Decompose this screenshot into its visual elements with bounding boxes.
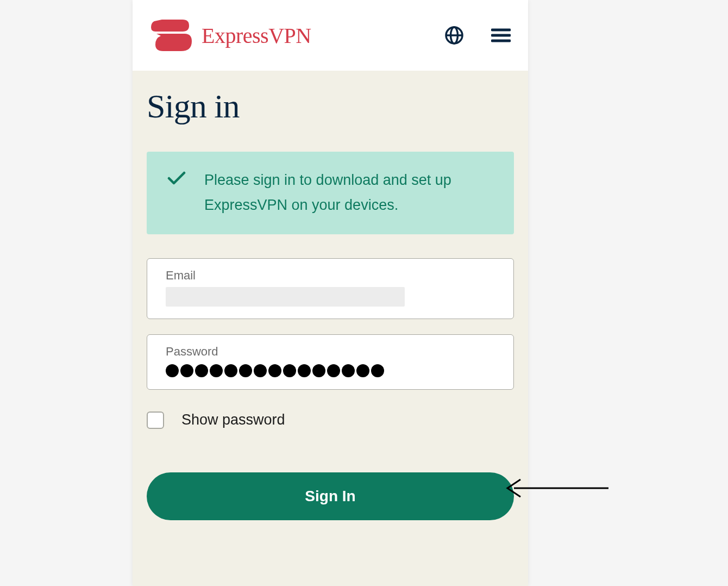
email-label: Email (166, 269, 495, 283)
page-title: Sign in (147, 87, 514, 126)
expressvpn-logo-icon (151, 20, 192, 51)
password-label: Password (166, 345, 495, 359)
header: ExpressVPN (133, 0, 528, 71)
password-input[interactable] (166, 364, 495, 377)
info-banner-text: Please sign in to download and set up Ex… (204, 168, 493, 218)
brand-logo[interactable]: ExpressVPN (151, 20, 311, 51)
email-input[interactable] (166, 287, 405, 307)
content-area: Sign in Please sign in to download and s… (133, 71, 528, 586)
header-actions (444, 26, 511, 45)
show-password-checkbox[interactable] (147, 412, 164, 429)
show-password-row: Show password (147, 412, 514, 429)
checkmark-icon (167, 171, 186, 185)
password-field-wrapper[interactable]: Password (147, 334, 514, 390)
show-password-label: Show password (181, 412, 285, 428)
email-field-wrapper[interactable]: Email (147, 258, 514, 319)
brand-name: ExpressVPN (202, 23, 311, 48)
info-banner: Please sign in to download and set up Ex… (147, 152, 514, 234)
sign-in-button[interactable]: Sign In (147, 472, 514, 520)
language-icon[interactable] (444, 26, 464, 45)
app-window: ExpressVPN Sign in Please sign in to dow… (133, 0, 528, 586)
hamburger-menu-icon[interactable] (491, 28, 511, 43)
